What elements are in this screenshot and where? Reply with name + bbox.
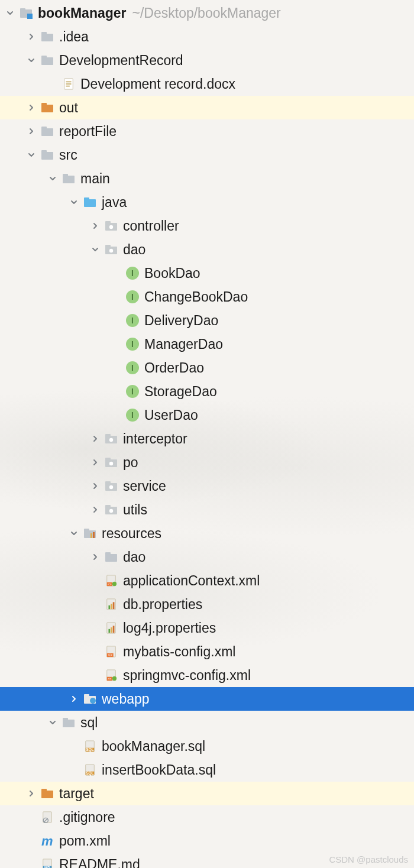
tree-item-bookdao[interactable]: IBookDao bbox=[0, 261, 414, 285]
tree-item-development-record-docx[interactable]: Development record.docx bbox=[0, 72, 414, 96]
chevron-down-icon[interactable] bbox=[90, 244, 101, 255]
tree-item-springmvc-config-xml[interactable]: <>springmvc-config.xml bbox=[0, 663, 414, 687]
svg-rect-12 bbox=[41, 103, 47, 106]
folder-icon bbox=[104, 550, 118, 564]
tree-item-label: UserDao bbox=[144, 407, 198, 423]
svg-rect-16 bbox=[41, 150, 47, 153]
tree-item-dao[interactable]: dao bbox=[0, 238, 414, 261]
svg-rect-58 bbox=[105, 552, 111, 555]
chevron-right-icon[interactable] bbox=[26, 126, 37, 137]
chevron-down-icon[interactable] bbox=[47, 173, 58, 184]
chevron-down-icon[interactable] bbox=[26, 55, 37, 66]
tree-item-userdao[interactable]: IUserDao bbox=[0, 403, 414, 427]
tree-item-changebookdao[interactable]: IChangeBookDao bbox=[0, 285, 414, 309]
tree-item-label: README.md bbox=[59, 857, 140, 869]
chevron-down-icon[interactable] bbox=[69, 197, 79, 208]
tree-item--idea[interactable]: .idea bbox=[0, 25, 414, 48]
svg-rect-45 bbox=[105, 458, 111, 461]
svg-point-46 bbox=[109, 462, 113, 465]
chevron-right-icon[interactable] bbox=[26, 788, 37, 799]
chevron-right-icon[interactable] bbox=[90, 221, 101, 231]
tree-item-label: ManagerDao bbox=[144, 336, 223, 352]
tree-item-insertbookdata-sql[interactable]: SQLinsertBookData.sql bbox=[0, 758, 414, 782]
package-icon bbox=[104, 242, 118, 257]
interface-icon: I bbox=[125, 266, 140, 280]
svg-text:SQL: SQL bbox=[86, 747, 93, 752]
tree-item-mybatis-config-xml[interactable]: <>mybatis-config.xml bbox=[0, 640, 414, 663]
chevron-right-icon[interactable] bbox=[26, 31, 37, 42]
tree-item-main[interactable]: main bbox=[0, 167, 414, 190]
tree-item-applicationcontext-xml[interactable]: <>applicationContext.xml bbox=[0, 569, 414, 592]
tree-item-bookmanager-sql[interactable]: SQLbookManager.sql bbox=[0, 734, 414, 758]
folder-resources-icon bbox=[83, 526, 97, 540]
tree-item-webapp[interactable]: webapp bbox=[0, 687, 414, 711]
svg-text:<>: <> bbox=[108, 653, 112, 657]
svg-text:<>: <> bbox=[108, 582, 111, 586]
svg-point-62 bbox=[112, 582, 117, 586]
package-icon bbox=[104, 432, 118, 446]
chevron-right-icon[interactable] bbox=[90, 457, 101, 468]
tree-item-orderdao[interactable]: IOrderDao bbox=[0, 356, 414, 380]
tree-item-label: controller bbox=[123, 218, 179, 234]
tree-item-db-properties[interactable]: db.properties bbox=[0, 592, 414, 616]
tree-item-path: ~/Desktop/bookManager bbox=[132, 5, 281, 21]
tree-item-interceptor[interactable]: interceptor bbox=[0, 427, 414, 451]
tree-item-target[interactable]: target bbox=[0, 782, 414, 805]
svg-rect-8 bbox=[66, 81, 71, 82]
svg-point-49 bbox=[109, 485, 113, 489]
tree-item-dao[interactable]: dao bbox=[0, 545, 414, 569]
tree-item-label: DevelopmentRecord bbox=[59, 53, 183, 69]
sql-icon: SQL bbox=[83, 763, 97, 777]
tree-item-label: po bbox=[123, 455, 138, 471]
chevron-right-icon[interactable] bbox=[90, 504, 101, 515]
tree-item-label: interceptor bbox=[123, 431, 187, 447]
tree-item-pom-xml[interactable]: mpom.xml bbox=[0, 829, 414, 853]
tree-item-utils[interactable]: utils bbox=[0, 498, 414, 522]
tree-item-log4j-properties[interactable]: log4j.properties bbox=[0, 616, 414, 640]
tree-item-label: DeliveryDao bbox=[144, 313, 218, 329]
chevron-down-icon[interactable] bbox=[47, 717, 58, 728]
folder-icon bbox=[40, 124, 54, 138]
svg-rect-69 bbox=[111, 627, 112, 633]
svg-text:MD: MD bbox=[44, 866, 50, 868]
tree-item-deliverydao[interactable]: IDeliveryDao bbox=[0, 309, 414, 332]
chevron-right-icon[interactable] bbox=[90, 481, 101, 491]
chevron-right-icon[interactable] bbox=[26, 102, 37, 113]
tree-item-sql[interactable]: sql bbox=[0, 711, 414, 734]
chevron-right-icon[interactable] bbox=[69, 694, 79, 704]
chevron-down-icon[interactable] bbox=[5, 8, 15, 18]
svg-rect-68 bbox=[108, 629, 110, 633]
svg-rect-10 bbox=[66, 86, 69, 87]
tree-item-reportfile[interactable]: reportFile bbox=[0, 119, 414, 143]
chevron-down-icon[interactable] bbox=[69, 528, 79, 539]
svg-text:I: I bbox=[131, 339, 134, 349]
tree-item-out[interactable]: out bbox=[0, 96, 414, 119]
tree-item-bookmanager[interactable]: bookManager~/Desktop/bookManager bbox=[0, 1, 414, 25]
tree-item-resources[interactable]: resources bbox=[0, 522, 414, 545]
tree-item-storagedao[interactable]: IStorageDao bbox=[0, 380, 414, 403]
folder-source-icon bbox=[83, 195, 97, 209]
spring-xml-icon: <> bbox=[104, 574, 118, 588]
tree-item-label: applicationContext.xml bbox=[123, 573, 260, 589]
interface-icon: I bbox=[125, 384, 140, 399]
svg-rect-66 bbox=[113, 602, 115, 609]
tree-item-managerdao[interactable]: IManagerDao bbox=[0, 332, 414, 356]
tree-item-java[interactable]: java bbox=[0, 190, 414, 214]
chevron-right-icon[interactable] bbox=[90, 433, 101, 444]
tree-item-label: springmvc-config.xml bbox=[123, 668, 251, 684]
svg-rect-90 bbox=[41, 789, 47, 792]
tree-item-developmentrecord[interactable]: DevelopmentRecord bbox=[0, 48, 414, 72]
chevron-down-icon[interactable] bbox=[26, 150, 37, 160]
tree-item-label: sql bbox=[80, 715, 98, 731]
tree-item-service[interactable]: service bbox=[0, 474, 414, 498]
tree-item-controller[interactable]: controller bbox=[0, 214, 414, 238]
tree-item-src[interactable]: src bbox=[0, 143, 414, 167]
package-icon bbox=[104, 503, 118, 517]
tree-item-po[interactable]: po bbox=[0, 451, 414, 474]
tree-item--gitignore[interactable]: .gitignore bbox=[0, 805, 414, 829]
spring-xml-icon: <> bbox=[104, 668, 118, 682]
svg-rect-70 bbox=[113, 626, 115, 633]
chevron-right-icon[interactable] bbox=[90, 552, 101, 562]
folder-icon bbox=[40, 30, 54, 44]
tree-item-label: bookManager bbox=[38, 5, 127, 21]
